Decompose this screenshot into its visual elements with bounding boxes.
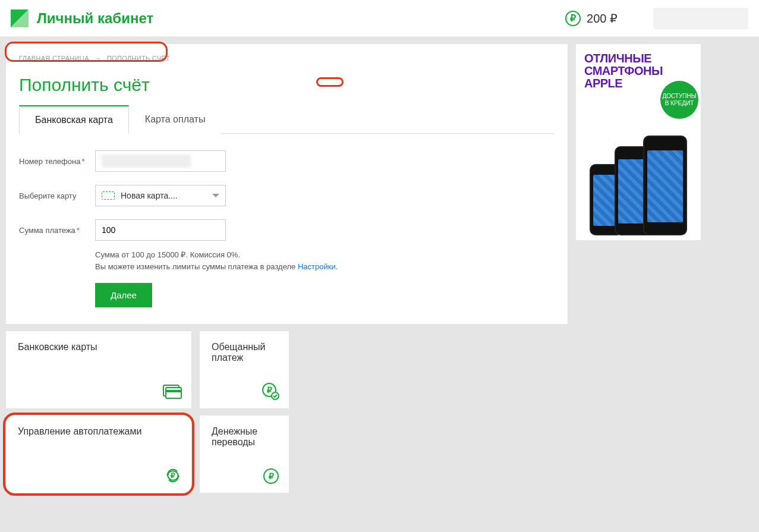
chevron-down-icon [212, 194, 219, 197]
phone-icon [643, 136, 687, 235]
svg-text:₽: ₽ [269, 471, 274, 481]
tile-bank-cards[interactable]: Банковские карты [6, 331, 191, 408]
amount-label: Сумма платежа* [19, 226, 95, 235]
svg-rect-2 [166, 390, 181, 392]
next-button[interactable]: Далее [95, 283, 152, 307]
phone-blurred-value [102, 155, 191, 168]
phone-input[interactable] [95, 150, 226, 172]
tile-transfers[interactable]: Денежные переводы ₽ [200, 415, 289, 493]
ruble-icon: ₽ [565, 11, 581, 26]
amount-input[interactable] [95, 219, 226, 241]
svg-text:₽: ₽ [267, 385, 272, 395]
page-title: Пополнить счёт [19, 75, 555, 95]
balance-display[interactable]: ₽ 200 ₽ [565, 11, 618, 26]
ad-line-2: СМАРТФОНЫ [584, 65, 695, 77]
arrow-icon: → [95, 55, 101, 62]
ruble-check-icon: ₽ [262, 382, 279, 400]
app-title: Личный кабинет [37, 10, 153, 27]
tab-pay-card[interactable]: Карта оплаты [129, 105, 222, 134]
phone-label: Номер телефона* [19, 157, 95, 166]
settings-link[interactable]: Настройки [298, 262, 336, 271]
ruble-cycle-icon: ₽ [164, 467, 182, 484]
ad-banner[interactable]: ОТЛИЧНЫЕ СМАРТФОНЫ APPLE ДОСТУПНЫ В КРЕД… [576, 44, 701, 240]
card-icon [163, 385, 182, 400]
ad-badge: ДОСТУПНЫ В КРЕДИТ [660, 81, 698, 119]
svg-rect-1 [166, 388, 181, 398]
tile-autopayments[interactable]: Управление автоплатежами ₽ [6, 415, 191, 493]
phones-graphic [582, 128, 695, 235]
breadcrumb-current: ПОПОЛНИТЬ СЧЁТ [107, 55, 170, 62]
balance-value: 200 ₽ [587, 11, 618, 26]
account-placeholder [653, 8, 748, 29]
topup-form: Номер телефона* Выберите карту Новая кар… [19, 150, 555, 307]
tab-bank-card[interactable]: Банковская карта [19, 105, 129, 134]
ruble-circle-icon: ₽ [263, 468, 279, 484]
breadcrumb-home[interactable]: ГЛАВНАЯ СТРАНИЦА [19, 55, 89, 62]
breadcrumb: ГЛАВНАЯ СТРАНИЦА → ПОПОЛНИТЬ СЧЁТ [19, 55, 555, 62]
logo-icon [11, 10, 29, 27]
tabs: Банковская карта Карта оплаты [19, 105, 555, 134]
card-select[interactable]: Новая карта.... [95, 185, 226, 206]
tile-promised-payment[interactable]: Обещанный платеж ₽ [200, 331, 289, 408]
svg-text:₽: ₽ [171, 471, 175, 480]
top-bar: Личный кабинет ₽ 200 ₽ [0, 0, 759, 37]
new-card-icon [102, 191, 115, 200]
ad-line-1: ОТЛИЧНЫЕ [584, 52, 695, 65]
card-select-label: Выберите карту [19, 191, 95, 200]
card-select-value: Новая карта.... [121, 191, 178, 200]
amount-hint: Сумма от 100 до 15000 ₽. Комиссия 0%. Вы… [95, 249, 555, 272]
main-panel: ГЛАВНАЯ СТРАНИЦА → ПОПОЛНИТЬ СЧЁТ Пополн… [6, 44, 568, 324]
